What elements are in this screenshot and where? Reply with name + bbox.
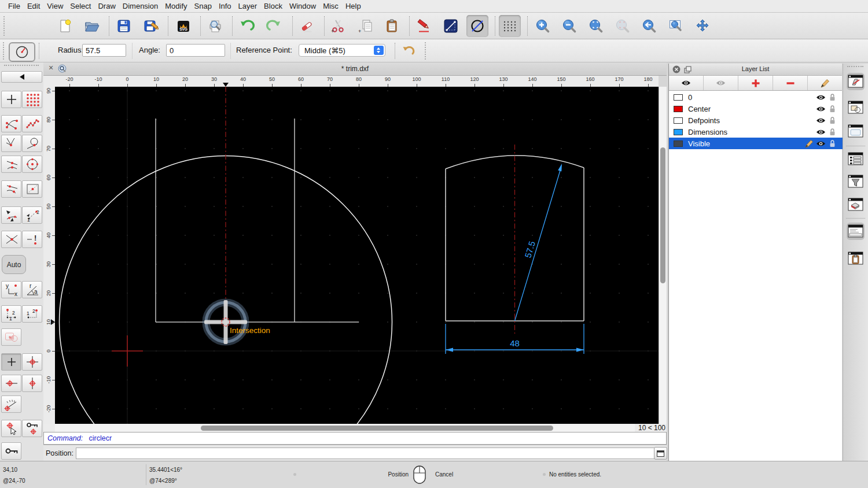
clipboard-panel-toggle[interactable] xyxy=(847,250,865,267)
auto-zoom-button[interactable] xyxy=(585,15,607,37)
svg-export-button[interactable]: SVG xyxy=(172,15,194,37)
palette-drag-handle[interactable] xyxy=(4,65,39,66)
lock-zero-button[interactable] xyxy=(1,442,21,460)
radial-dimension[interactable]: 57.5 xyxy=(515,164,562,321)
property-editor-panel-toggle[interactable] xyxy=(847,150,865,168)
snap-perpendicular-button[interactable] xyxy=(1,135,21,152)
layer-list-panel-toggle[interactable] xyxy=(847,73,865,90)
remove-layer-button[interactable] xyxy=(773,76,808,90)
block-list-panel-toggle[interactable] xyxy=(847,99,865,116)
view-list-panel-toggle[interactable] xyxy=(847,123,865,140)
snap-intersection-button[interactable] xyxy=(1,231,21,248)
command-line-panel-toggle[interactable] xyxy=(847,223,865,240)
restrict-horizontal-button[interactable] xyxy=(1,375,21,392)
layer-row-defpoints[interactable]: Defpoints xyxy=(669,114,843,126)
angle-input[interactable] xyxy=(166,44,225,57)
restrict-angle-button[interactable] xyxy=(1,395,21,413)
copy-button[interactable]: + xyxy=(354,15,376,37)
menu-help[interactable]: Help xyxy=(342,2,365,10)
dock-bar-handle[interactable] xyxy=(847,66,863,67)
layer-visibility-toggle[interactable] xyxy=(815,94,826,101)
snap-endpoints-button[interactable] xyxy=(1,115,21,132)
zoom-in-button[interactable] xyxy=(532,15,554,37)
set-relative-zero-button[interactable] xyxy=(1,420,21,437)
zoom-out-button[interactable] xyxy=(558,15,580,37)
new-file-button[interactable] xyxy=(54,15,76,37)
snap-distance-manual-button[interactable]: 12 xyxy=(22,206,42,224)
front-view-lines[interactable] xyxy=(156,119,359,322)
snap-distance-button[interactable] xyxy=(1,180,21,198)
previous-view-button[interactable] xyxy=(638,15,660,37)
zoom-to-selection-button[interactable] xyxy=(612,15,634,37)
relative-polar-button[interactable]: 12 xyxy=(22,305,42,323)
menu-edit[interactable]: Edit xyxy=(24,2,43,10)
undo-button[interactable] xyxy=(236,15,258,37)
layer-visibility-toggle[interactable] xyxy=(815,129,826,135)
layer-visibility-toggle[interactable] xyxy=(815,106,826,112)
toolbar-drag-handle[interactable] xyxy=(425,42,427,60)
restrict-vertical-button[interactable] xyxy=(22,375,42,392)
snap-center-button[interactable] xyxy=(22,156,42,173)
position-input[interactable] xyxy=(76,448,657,459)
selection-filter-panel-toggle[interactable] xyxy=(847,173,865,190)
palette-back-button[interactable] xyxy=(1,71,42,83)
dimension-ghost-button[interactable] xyxy=(1,328,21,346)
show-all-layers-button[interactable] xyxy=(669,76,704,90)
snap-on-entity-button[interactable] xyxy=(22,115,42,132)
menu-info[interactable]: Info xyxy=(215,2,235,10)
drawing-preferences-button[interactable] xyxy=(413,15,435,37)
menu-modify[interactable]: Modify xyxy=(161,2,190,10)
toolbar-drag-handle[interactable] xyxy=(3,16,6,36)
pan-button[interactable] xyxy=(692,15,713,37)
menu-view[interactable]: View xyxy=(43,2,67,10)
circle-tools-button[interactable] xyxy=(466,15,488,37)
cut-button[interactable]: + xyxy=(327,15,349,37)
menu-draw[interactable]: Draw xyxy=(94,2,119,10)
lock-relative-zero-button[interactable] xyxy=(22,420,42,437)
horizontal-scrollbar[interactable] xyxy=(55,424,635,432)
paste-button[interactable] xyxy=(381,15,403,37)
menu-file[interactable]: File xyxy=(5,2,24,10)
menu-dimension[interactable]: Dimension xyxy=(119,2,161,10)
open-file-button[interactable] xyxy=(81,15,103,37)
edit-layer-button[interactable] xyxy=(808,76,842,90)
layer-visibility-toggle[interactable] xyxy=(815,141,826,147)
snap-free-button[interactable] xyxy=(1,91,21,108)
layer-lock-toggle[interactable] xyxy=(826,93,838,101)
auto-snap-button[interactable]: Auto xyxy=(2,255,26,274)
snap-auto-button[interactable] xyxy=(1,206,21,224)
layer-row-center[interactable]: Center xyxy=(669,103,843,114)
add-layer-button[interactable] xyxy=(738,76,773,90)
layer-visibility-toggle[interactable] xyxy=(815,117,826,124)
reference-point-select[interactable]: Middle (⌘5) xyxy=(299,44,385,57)
snap-middle-button[interactable] xyxy=(1,156,21,173)
line-tools-button[interactable] xyxy=(440,15,462,37)
layer-row-0[interactable]: 0 xyxy=(669,91,843,103)
edit-layer-button[interactable] xyxy=(803,139,815,148)
layer-lock-toggle[interactable] xyxy=(826,105,838,113)
save-button[interactable] xyxy=(113,15,135,37)
hide-all-layers-button[interactable] xyxy=(704,76,738,90)
command-prompt-toggle-button[interactable] xyxy=(654,447,667,460)
menu-layer[interactable]: Layer xyxy=(235,2,261,10)
library-browser-panel-toggle[interactable] xyxy=(847,196,865,213)
snap-grid-button[interactable] xyxy=(22,91,42,108)
menu-misc[interactable]: Misc xyxy=(319,2,342,10)
snap-tangential-button[interactable] xyxy=(22,135,42,152)
restrict-none-button[interactable] xyxy=(1,353,21,371)
coordinate-cartesian-button[interactable]: yx xyxy=(1,281,21,298)
vertical-scrollbar[interactable] xyxy=(659,87,667,424)
menu-window[interactable]: Window xyxy=(286,2,319,10)
restrict-orthogonal-button[interactable] xyxy=(22,353,42,371)
remove-button[interactable] xyxy=(296,15,318,37)
redo-button[interactable] xyxy=(263,15,285,37)
menu-block[interactable]: Block xyxy=(260,2,286,10)
relative-cartesian-button[interactable]: 12 xyxy=(1,305,21,323)
save-as-button[interactable] xyxy=(140,15,162,37)
coordinate-polar-button[interactable]: ra xyxy=(22,281,42,298)
reset-tool-button[interactable] xyxy=(398,42,419,60)
toolbar-drag-handle[interactable] xyxy=(3,42,5,60)
drawing-canvas[interactable]: 57.5 48 Intersection xyxy=(55,87,659,424)
vertical-scrollbar-thumb[interactable] xyxy=(660,147,665,283)
snap-reference-button[interactable] xyxy=(22,180,42,198)
